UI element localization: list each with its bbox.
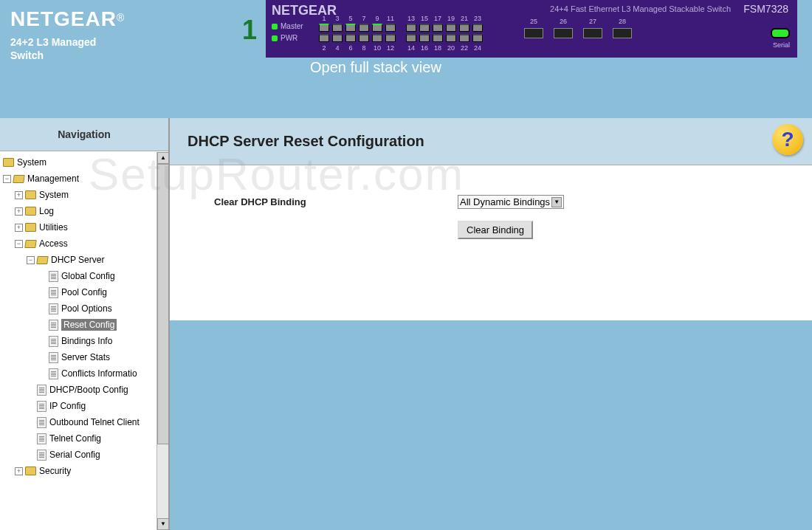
- nav-header: Navigation: [0, 118, 168, 151]
- tree-dhcp-bootp[interactable]: DHCP/Bootp Config: [0, 382, 168, 398]
- tree-outbound-telnet[interactable]: Outbound Telnet Client: [0, 414, 168, 430]
- document-icon: [49, 287, 58, 298]
- binding-select-value: All Dynamic Bindings: [460, 196, 550, 207]
- content-panel: DHCP Server Reset Configuration ? Clear …: [170, 118, 812, 530]
- pwr-led-icon: [272, 35, 278, 41]
- tree-ip-config[interactable]: IP Config: [0, 398, 168, 414]
- document-icon: [37, 401, 47, 412]
- scroll-up-icon[interactable]: ▲: [157, 152, 169, 164]
- expand-icon[interactable]: +: [15, 467, 23, 475]
- tree-server-stats[interactable]: Server Stats: [0, 349, 168, 365]
- page-title: DHCP Server Reset Configuration: [187, 133, 424, 149]
- expand-icon[interactable]: +: [15, 224, 23, 232]
- gbic-ports: [524, 28, 632, 38]
- tree-bindings-info[interactable]: Bindings Info: [0, 333, 168, 349]
- collapse-icon[interactable]: −: [15, 240, 23, 248]
- brand-name: NETGEAR: [10, 7, 117, 30]
- document-icon: [49, 352, 58, 363]
- document-icon: [37, 385, 47, 396]
- tree-system[interactable]: System: [0, 154, 168, 171]
- expand-icon[interactable]: +: [15, 207, 23, 216]
- ports-top-a: [319, 24, 396, 32]
- folder-open-icon: [13, 175, 25, 183]
- tree-conflicts[interactable]: Conflicts Informatio: [0, 365, 168, 382]
- folder-open-icon: [24, 240, 37, 248]
- tree-global-config[interactable]: Global Config: [0, 268, 168, 284]
- folder-icon: [25, 223, 36, 232]
- brand-logo: NETGEAR® 24+2 L3 Managed Switch: [10, 7, 124, 62]
- tree-mgmt-utilities[interactable]: + Utilities: [0, 219, 168, 235]
- tree-pool-config[interactable]: Pool Config: [0, 284, 168, 300]
- document-icon: [49, 271, 58, 282]
- content-body: Clear DHCP Binding All Dynamic Bindings …: [170, 165, 812, 320]
- help-button[interactable]: ?: [772, 124, 803, 155]
- tree-management[interactable]: − Management: [0, 171, 168, 187]
- tree-mgmt-system[interactable]: + System: [0, 187, 168, 203]
- document-icon: [49, 336, 58, 347]
- tree-telnet-config[interactable]: Telnet Config: [0, 430, 168, 447]
- pwr-led-label: PWR: [281, 34, 297, 42]
- document-icon: [49, 320, 58, 331]
- folder-icon: [25, 190, 36, 199]
- document-icon: [37, 433, 47, 444]
- collapse-icon[interactable]: −: [3, 175, 11, 183]
- navigation-panel: Navigation System − Management + System: [0, 118, 170, 530]
- collapse-icon[interactable]: −: [27, 256, 35, 264]
- tree-serial-config[interactable]: Serial Config: [0, 447, 168, 463]
- port-top-numbers-b: 131517192123: [406, 15, 483, 22]
- stack-unit-number: 1: [242, 15, 257, 46]
- document-icon: [49, 303, 58, 314]
- tree-security[interactable]: + Security: [0, 463, 168, 479]
- nav-tree: System − Management + System + Log: [0, 151, 168, 530]
- master-led-icon: [272, 24, 278, 30]
- binding-select[interactable]: All Dynamic Bindings ▼: [458, 195, 564, 209]
- tree-dhcp-server[interactable]: − DHCP Server: [0, 252, 168, 268]
- folder-open-icon: [36, 256, 49, 264]
- clear-binding-label: Clear DHCP Binding: [214, 196, 458, 207]
- switch-model: FSM7328: [743, 3, 788, 15]
- switch-graphic[interactable]: NETGEAR 24+4 Fast Ethernet L3 Managed St…: [266, 0, 797, 58]
- folder-icon: [25, 207, 36, 216]
- nav-scrollbar[interactable]: ▲ ▼: [156, 152, 168, 530]
- page-title-bar: DHCP Server Reset Configuration ?: [170, 118, 812, 165]
- chevron-down-icon: ▼: [551, 197, 562, 207]
- tree-reset-config[interactable]: Reset Config: [0, 317, 168, 333]
- tree-mgmt-log[interactable]: + Log: [0, 203, 168, 219]
- brand-reg: ®: [117, 12, 124, 24]
- ports-bottom-a: [319, 34, 396, 42]
- tree-mgmt-access[interactable]: − Access: [0, 235, 168, 252]
- serial-label: Serial: [773, 41, 790, 49]
- scroll-thumb[interactable]: [157, 164, 169, 444]
- port-top-numbers: 1357911: [319, 15, 396, 22]
- folder-icon: [3, 158, 14, 167]
- folder-icon: [25, 467, 36, 475]
- scroll-down-icon[interactable]: ▼: [157, 518, 169, 530]
- switch-description: 24+4 Fast Ethernet L3 Managed Stackable …: [550, 4, 731, 13]
- brand-sub1: 24+2 L3 Managed: [10, 36, 96, 48]
- port-bottom-numbers-b: 141618202224: [406, 44, 483, 52]
- clear-binding-button[interactable]: Clear Binding: [458, 221, 533, 239]
- ports-bottom-b: [406, 34, 483, 42]
- master-led-label: Master: [281, 22, 303, 30]
- document-icon: [49, 368, 58, 379]
- document-icon: [37, 450, 47, 461]
- gbic-numbers: 25262728: [524, 18, 632, 25]
- expand-icon[interactable]: +: [15, 191, 23, 199]
- tree-pool-options[interactable]: Pool Options: [0, 300, 168, 317]
- brand-sub2: Switch: [10, 49, 44, 61]
- open-stack-link[interactable]: Open full stack view: [310, 59, 441, 76]
- serial-port-icon: [771, 28, 790, 38]
- ports-top-b: [406, 24, 483, 32]
- port-bottom-numbers: 24681012: [319, 44, 396, 52]
- document-icon: [37, 417, 47, 428]
